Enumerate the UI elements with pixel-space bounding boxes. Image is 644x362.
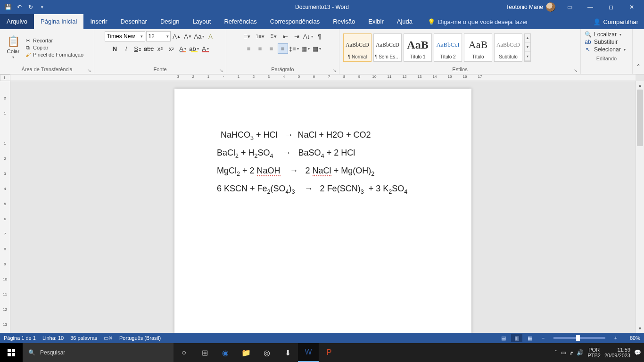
borders-button[interactable]: ▦ [312, 43, 322, 54]
bullets-button[interactable]: ≣▾ [241, 31, 253, 41]
tab-layout[interactable]: Layout [186, 14, 217, 29]
font-color-button[interactable]: A [200, 43, 211, 54]
subscript-button[interactable]: x2 [155, 43, 165, 54]
read-mode-icon[interactable]: ▤ [498, 334, 509, 342]
tray-clock[interactable]: 11:59 20/09/2023 [604, 347, 630, 358]
print-layout-icon[interactable]: ▥ [511, 334, 522, 342]
close-icon[interactable]: ✕ [622, 0, 641, 14]
volume-icon[interactable]: 🔊 [577, 349, 584, 356]
taskbar-search[interactable]: 🔍 Pesquisar [23, 343, 173, 362]
powerpoint-app-icon[interactable]: P [319, 343, 339, 362]
grow-font-button[interactable]: A▲ [172, 31, 182, 41]
zoom-slider-thumb[interactable] [576, 335, 580, 341]
status-page[interactable]: Página 1 de 1 [4, 335, 36, 341]
scroll-up-icon[interactable]: ▲ [636, 81, 644, 90]
chevron-down-icon[interactable]: ▼ [525, 43, 530, 52]
qat-customize-icon[interactable]: ▾ [38, 3, 46, 11]
style-tile[interactable]: AaBTítulo [464, 33, 492, 62]
chevron-down-icon[interactable]: ▾ [165, 34, 170, 39]
font-dialog-launcher-icon[interactable]: ↘ [218, 67, 224, 73]
vertical-scrollbar[interactable]: ▲ ▼ [636, 81, 644, 333]
scrollbar-thumb[interactable] [637, 90, 643, 146]
zoom-in-button[interactable]: + [610, 334, 621, 342]
clipboard-dialog-launcher-icon[interactable]: ↘ [86, 67, 92, 73]
align-left-button[interactable]: ≡ [244, 43, 254, 54]
start-button[interactable] [0, 343, 23, 362]
copy-button[interactable]: ⧉ Copiar [25, 45, 83, 51]
tray-lang1[interactable]: POR [587, 347, 601, 353]
scroll-down-icon[interactable]: ▼ [636, 324, 644, 333]
highlight-color-button[interactable]: ab [189, 43, 199, 54]
cortana-icon[interactable]: ○ [173, 343, 194, 362]
equation-line[interactable]: NaHCO3 + HCl → NaCl + H2O + CO2 [217, 126, 429, 144]
align-right-button[interactable]: ≡ [266, 43, 277, 54]
decrease-indent-button[interactable]: ⇤ [281, 31, 291, 41]
chevron-down-icon[interactable]: ▾ [139, 34, 145, 39]
web-layout-icon[interactable]: ▦ [524, 334, 536, 342]
word-app-icon[interactable]: W [298, 343, 319, 362]
bold-button[interactable]: N [110, 43, 120, 54]
style-tile[interactable]: AaBbCcITítulo 2 [434, 33, 462, 62]
style-tile[interactable]: AaBbCcD¶ Normal [343, 33, 372, 62]
status-language[interactable]: Português (Brasil) [119, 335, 161, 341]
tray-overflow-icon[interactable]: ˄ [554, 349, 557, 356]
show-hide-marks-button[interactable]: ¶ [314, 31, 325, 41]
file-explorer-icon[interactable]: 📁 [236, 343, 256, 362]
tab-design[interactable]: Design [154, 14, 186, 29]
chrome-icon[interactable]: ◎ [256, 343, 277, 362]
font-name-input[interactable] [105, 33, 139, 40]
status-line[interactable]: Linha: 10 [42, 335, 64, 341]
superscript-button[interactable]: x2 [166, 43, 177, 54]
tell-me-search[interactable]: 💡 Diga-me o que você deseja fazer [419, 18, 587, 25]
italic-button[interactable]: I [121, 43, 132, 54]
equation-line[interactable]: BaCl2 + H2SO4 → BaSO4 + 2 HCl [217, 144, 429, 162]
tab-mailings[interactable]: Correspondências [264, 14, 327, 29]
share-button[interactable]: 👤 Compartilhar [587, 18, 644, 25]
wifi-icon[interactable]: ⸙ [570, 349, 573, 356]
numbering-button[interactable]: 1≡▾ [254, 31, 266, 41]
maximize-icon[interactable]: ◻ [602, 0, 620, 14]
redo-icon[interactable]: ↻ [26, 3, 35, 11]
equation-line[interactable]: 6 KSCN + Fe2(SO4)3 → 2 Fe(SCN)3 + 3 K2SO… [217, 180, 429, 198]
style-tile[interactable]: AaBTítulo 1 [404, 33, 432, 62]
status-word-count[interactable]: 36 palavras [70, 335, 97, 341]
format-painter-button[interactable]: 🖌 Pincel de Formatação [25, 52, 83, 58]
paste-button[interactable]: 📋 Colar ▾ [4, 35, 23, 59]
zoom-level[interactable]: 80% [623, 335, 640, 341]
tab-file[interactable]: Arquivo [0, 14, 34, 29]
scrollbar-track[interactable] [636, 90, 644, 324]
find-button[interactable]: 🔍 Localizar ▾ [585, 31, 628, 38]
change-case-button[interactable]: Aa [194, 31, 205, 41]
minimize-icon[interactable]: — [581, 0, 600, 14]
align-justify-button[interactable]: ≡ [278, 43, 288, 54]
styles-more-icon[interactable]: ▾ [525, 52, 530, 61]
edge-icon[interactable]: ◉ [215, 343, 236, 362]
select-button[interactable]: ↖ Selecionar ▾ [585, 46, 628, 53]
chevron-up-icon[interactable]: ▲ [525, 34, 530, 43]
tab-help[interactable]: Ajuda [390, 14, 419, 29]
equation-line[interactable]: MgCl2 + 2 NaOH → 2 NaCl + Mg(OH)2 [217, 162, 429, 180]
font-name-combo[interactable]: ▾ [105, 31, 145, 41]
paragraph-dialog-launcher-icon[interactable]: ↘ [331, 67, 337, 73]
tab-home[interactable]: Página Inicial [34, 14, 83, 29]
style-tile[interactable]: AaBbCcDSubtítulo [494, 33, 522, 62]
battery-icon[interactable]: ▭ [561, 349, 566, 356]
cut-button[interactable]: ✂ Recortar [25, 38, 83, 44]
tray-lang2[interactable]: PTB2 [587, 353, 601, 358]
styles-scroll[interactable]: ▲▼▾ [524, 33, 531, 62]
clear-formatting-button[interactable]: A̶ [206, 31, 216, 41]
ribbon-display-options-icon[interactable]: ▭ [560, 0, 579, 14]
tab-review[interactable]: Revisão [326, 14, 362, 29]
increase-indent-button[interactable]: ⇥ [292, 31, 302, 41]
text-effects-button[interactable]: A [178, 43, 188, 54]
underline-button[interactable]: S [132, 43, 143, 54]
spellcheck-icon[interactable]: ▭✕ [104, 335, 113, 341]
font-size-input[interactable] [147, 33, 165, 40]
notifications-icon[interactable]: 💬 [634, 349, 641, 356]
shrink-font-button[interactable]: A▼ [183, 31, 193, 41]
line-spacing-button[interactable]: ‡≡ [289, 43, 299, 54]
microsoft-store-icon[interactable]: ⬇ [277, 343, 298, 362]
collapse-ribbon-button[interactable]: ˄ [633, 29, 644, 74]
task-view-icon[interactable]: ⊞ [194, 343, 215, 362]
multilevel-list-button[interactable]: ⠿▾ [267, 31, 280, 41]
